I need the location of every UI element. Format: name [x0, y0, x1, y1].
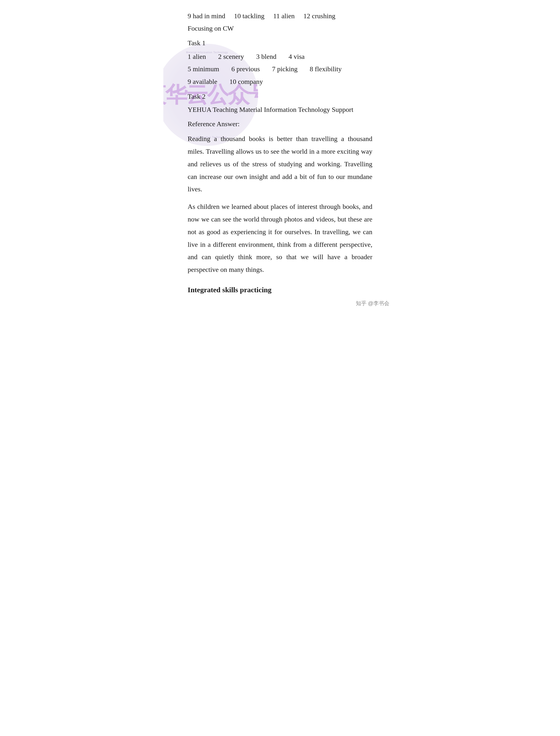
focusing-label: Focusing on CW: [188, 22, 372, 35]
item-11-alien: 11 alien: [273, 10, 295, 22]
t1-item10: 10 company: [229, 75, 263, 88]
t1-item9: 9 available: [188, 75, 217, 88]
t1-item6: 6 previous: [231, 63, 260, 75]
t1-item1: 1 alien: [188, 50, 206, 63]
item-12-crushing: 12 crushing: [303, 10, 335, 22]
task1-label: Task 1: [188, 37, 372, 49]
t1-item3: 3 blend: [256, 50, 276, 63]
t1-item7: 7 picking: [272, 63, 297, 75]
task1-row3: 9 available 10 company: [188, 75, 372, 88]
t1-item5: 5 minimum: [188, 63, 219, 75]
zhihu-label: 知乎 @李书会: [356, 300, 389, 307]
t1-item2: 2 scenery: [218, 50, 244, 63]
yehua-title: YEHUA Teaching Material Information Tech…: [188, 104, 372, 116]
task1-row2: 5 minimum 6 previous 7 picking 8 flexibi…: [188, 63, 372, 75]
t1-item8: 8 flexibility: [310, 63, 341, 75]
page-content: 9 had in mind 10 tackling 11 alien 12 cr…: [188, 10, 372, 296]
item-10-tackling: 10 tackling: [234, 10, 264, 22]
task2-label: Task 2: [188, 90, 372, 103]
paragraph-1: Reading a thousand books is better than …: [188, 132, 372, 195]
integrated-heading: Integrated skills practicing: [188, 283, 372, 296]
task1-row1: 1 alien 2 scenery 3 blend 4 visa: [188, 50, 372, 63]
t1-item4: 4 visa: [289, 50, 305, 63]
item-9-had-in-mind: 9 had in mind: [188, 10, 225, 22]
reference-label: Reference Answer:: [188, 118, 372, 130]
header-row1: 9 had in mind 10 tackling 11 alien 12 cr…: [188, 10, 372, 22]
paragraph-2: As children we learned about places of i…: [188, 200, 372, 276]
